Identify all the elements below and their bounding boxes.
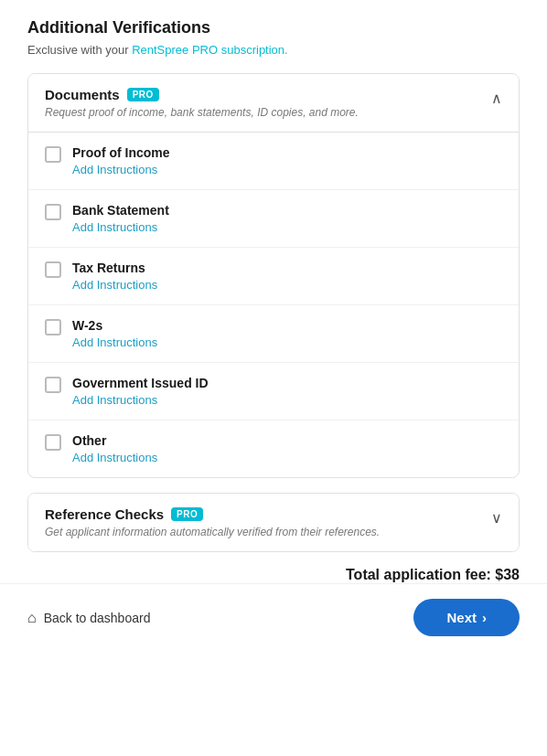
other-label: Other bbox=[72, 433, 157, 448]
rentspree-pro-link[interactable]: RentSpree PRO subscription. bbox=[132, 43, 288, 57]
w2s-checkbox[interactable] bbox=[45, 319, 61, 335]
back-to-dashboard-label: Back to dashboard bbox=[44, 611, 151, 625]
documents-card-title: Documents bbox=[45, 87, 120, 102]
next-arrow-icon: › bbox=[482, 610, 487, 625]
reference-checks-toggle-button[interactable] bbox=[491, 508, 502, 527]
back-to-dashboard-link[interactable]: ⌂ Back to dashboard bbox=[27, 610, 150, 626]
documents-card-subtitle: Request proof of income, bank statements… bbox=[45, 106, 359, 119]
other-checkbox[interactable] bbox=[45, 434, 61, 451]
document-list: Proof of Income Add Instructions Bank St… bbox=[28, 132, 519, 477]
bank-statement-checkbox[interactable] bbox=[45, 204, 61, 220]
w2s-add-instructions[interactable]: Add Instructions bbox=[72, 335, 157, 349]
list-item: Government Issued ID Add Instructions bbox=[28, 363, 519, 421]
documents-pro-badge: PRO bbox=[127, 88, 159, 101]
proof-of-income-checkbox[interactable] bbox=[45, 146, 61, 163]
list-item: Tax Returns Add Instructions bbox=[28, 248, 519, 305]
tax-returns-add-instructions[interactable]: Add Instructions bbox=[72, 278, 157, 292]
next-button-label: Next bbox=[446, 610, 477, 625]
list-item: Bank Statement Add Instructions bbox=[28, 190, 519, 248]
next-button[interactable]: Next › bbox=[413, 599, 520, 636]
list-item: Other Add Instructions bbox=[28, 421, 519, 477]
proof-of-income-label: Proof of Income bbox=[72, 145, 170, 160]
total-fee-row: Total application fee: $38 bbox=[0, 552, 547, 583]
gov-id-label: Government Issued ID bbox=[72, 376, 209, 390]
reference-checks-pro-badge: PRO bbox=[171, 507, 203, 521]
total-fee-label: Total application fee: $38 bbox=[346, 567, 520, 583]
documents-card-header: Documents PRO Request proof of income, b… bbox=[28, 74, 519, 132]
bank-statement-label: Bank Statement bbox=[72, 203, 169, 218]
page-subtitle: Exclusive with your RentSpree PRO subscr… bbox=[27, 43, 520, 57]
tax-returns-checkbox[interactable] bbox=[45, 261, 61, 278]
other-add-instructions[interactable]: Add Instructions bbox=[72, 451, 157, 464]
documents-toggle-button[interactable] bbox=[491, 89, 502, 108]
gov-id-add-instructions[interactable]: Add Instructions bbox=[72, 393, 209, 407]
list-item: Proof of Income Add Instructions bbox=[28, 133, 519, 190]
tax-returns-label: Tax Returns bbox=[72, 261, 157, 275]
reference-checks-card: Reference Checks PRO Get applicant infor… bbox=[27, 493, 520, 552]
proof-of-income-add-instructions[interactable]: Add Instructions bbox=[72, 163, 170, 176]
page-title: Additional Verifications bbox=[27, 18, 520, 37]
list-item: W-2s Add Instructions bbox=[28, 305, 519, 363]
documents-card: Documents PRO Request proof of income, b… bbox=[27, 73, 520, 478]
bank-statement-add-instructions[interactable]: Add Instructions bbox=[72, 220, 169, 234]
subtitle-text: Exclusive with your bbox=[27, 43, 132, 57]
home-icon: ⌂ bbox=[27, 610, 37, 626]
reference-checks-card-subtitle: Get applicant information automatically … bbox=[45, 526, 380, 538]
w2s-label: W-2s bbox=[72, 318, 157, 333]
gov-id-checkbox[interactable] bbox=[45, 377, 61, 393]
reference-checks-card-header: Reference Checks PRO Get applicant infor… bbox=[28, 494, 519, 551]
reference-checks-card-title: Reference Checks bbox=[45, 506, 164, 522]
bottom-bar: ⌂ Back to dashboard Next › bbox=[0, 583, 547, 651]
